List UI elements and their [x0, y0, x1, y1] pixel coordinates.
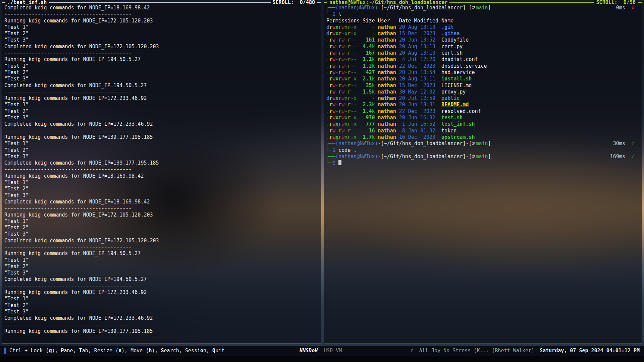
- file-name: resolved.conf: [441, 108, 481, 114]
- terminal-line: Running kdig commands for NODE_IP=172.23…: [4, 95, 318, 102]
- now-playing: ♪ All Joy No Stress (K... [Rhett Walker]: [410, 348, 534, 354]
- terminal-line: .rw-rw-r--16nathan 8 Jan 01:32token: [326, 128, 638, 134]
- terminal-line: "Test 2": [4, 302, 318, 309]
- clock: Saturday, 07 Sep 2024 04:01:12 PM: [540, 348, 640, 354]
- tab-hnsdoh[interactable]: HNSDoH: [300, 348, 318, 354]
- terminal-line: "Test 2": [4, 108, 318, 115]
- terminal-line: "Test 1": [4, 257, 318, 263]
- terminal-line: Running kdig commands for NODE_IP=139.17…: [4, 134, 318, 140]
- file-name: dnsdist.service: [441, 63, 487, 69]
- terminal-line: "Test 2": [4, 225, 318, 231]
- terminal-line: "Test 1": [4, 102, 318, 108]
- terminal-line: "Test 1": [4, 140, 318, 147]
- file-name: dnsdist.conf: [441, 56, 478, 62]
- terminal-line: "Test 2": [4, 69, 318, 76]
- file-name: proxy.py: [441, 89, 466, 95]
- terminal-line: Completed kdig commands for NODE_IP=194.…: [4, 276, 318, 283]
- terminal-line: Completed kdig commands for NODE_IP=194.…: [4, 82, 318, 89]
- terminal-line: Completed kdig commands for NODE_IP=172.…: [4, 44, 318, 50]
- terminal-line: ┌──(nathan@NWTux)-[~/Git/hns_doh_loadbal…: [326, 5, 638, 11]
- pane-right-body[interactable]: ┌──(nathan@NWTux)-[~/Git/hns_doh_loadbal…: [324, 3, 642, 344]
- file-name: Caddyfile: [441, 37, 469, 43]
- file-name: test_inf.sh: [441, 121, 475, 127]
- git-branch-icon: [472, 141, 476, 145]
- terminal-line: "Test 2": [4, 147, 318, 154]
- terminal-line: ----------------------------------------…: [4, 205, 318, 212]
- terminal-line: .rw-rw-r--1.2knathan22 Dec 2023dnsdist.s…: [326, 63, 638, 69]
- cross-icon: ✗: [631, 5, 634, 11]
- status-bar: Ctrl + Lock (g), Pane, Tab, Resize (n), …: [0, 346, 644, 356]
- terminal-line: "Test 3": [4, 37, 318, 43]
- terminal-line: .rwxrwxr-x1.7knathan16 Dec 2023upstream.…: [326, 134, 638, 140]
- terminal-line: "Test 3": [4, 270, 318, 276]
- file-name: cert.sh: [441, 50, 463, 56]
- pane-left-test-inf[interactable]: ./test_inf.sh SCROLL: 0/480 Completed kd…: [2, 2, 321, 344]
- terminal-line: "Test 3": [4, 154, 318, 160]
- terminal-line: "Test 1": [4, 218, 318, 225]
- terminal-line: "Test 3": [4, 192, 318, 199]
- pane-right-shell[interactable]: nathan@NWTux:~/Git/hns_doh_loadbalancer …: [324, 2, 642, 344]
- terminal-line: .rw-rw-r--1.4knathan22 Dec 2023resolved.…: [326, 108, 638, 115]
- terminal-line: .rwxrwxr-x2.1knathan20 Aug 13:11install.…: [326, 76, 638, 82]
- terminal-line: Running kdig commands for NODE_IP=172.10…: [4, 212, 318, 218]
- tab-hsd-vm[interactable]: HSD VM: [324, 348, 342, 354]
- file-name: test.sh: [441, 115, 463, 121]
- file-name: cert.py: [441, 44, 463, 50]
- terminal-line: ----------------------------------------…: [4, 283, 318, 289]
- check-icon: ✓: [631, 140, 634, 146]
- terminal-line: drwxrwxr-x-nathan20 Jul 12:59public: [326, 95, 638, 102]
- terminal-line: ----------------------------------------…: [4, 11, 318, 17]
- terminal-line: ----------------------------------------…: [4, 89, 318, 95]
- file-name: .gitea: [441, 31, 460, 37]
- terminal-line: .rwxrwxr-x777nathan 1 Jun 16:52test_inf.…: [326, 121, 638, 127]
- pane-left-body[interactable]: Completed kdig commands for NODE_IP=18.1…: [2, 3, 321, 344]
- terminal-line: Completed kdig commands for NODE_IP=172.…: [4, 238, 318, 244]
- terminal-line: "Test 3": [4, 76, 318, 82]
- terminal-line: "Test 2": [4, 186, 318, 192]
- git-branch-icon: [472, 5, 476, 10]
- command-timer: 169ms ✓: [610, 154, 634, 160]
- file-name: LICENSE.md: [441, 82, 472, 88]
- terminal-line: Running kdig commands for NODE_IP=172.10…: [4, 18, 318, 24]
- keybinding-hints[interactable]: Ctrl + Lock (g), Pane, Tab, Resize (n), …: [9, 348, 224, 354]
- terminal-line: .rw-rw-r--167nathan20 Aug 13:10cert.sh: [326, 50, 638, 56]
- music-note-icon: ♪: [410, 348, 413, 354]
- terminal-line: └─$ l: [326, 11, 638, 17]
- terminal-line: .rw-rw-r--1.5knathan30 May 12:02proxy.py: [326, 89, 638, 95]
- terminal-line: .rw-rw-r--35knathan15 Dec 2023LICENSE.md: [326, 82, 638, 89]
- terminal-line: "Test 1": [4, 24, 318, 31]
- terminal-line: "Test 3": [4, 231, 318, 237]
- terminal-line: "Test 1": [4, 296, 318, 302]
- file-name: .git: [441, 24, 453, 30]
- terminal-line: ----------------------------------------…: [4, 166, 318, 173]
- terminal-line: .rw-rw-r--161nathan20 Jun 13:52Caddyfile: [326, 37, 638, 43]
- terminal-line: Completed kdig commands for NODE_IP=18.1…: [4, 199, 318, 205]
- mode-indicator-block: [4, 348, 6, 354]
- terminal-line: ----------------------------------------…: [4, 50, 318, 56]
- terminal-line: "Test 2": [4, 31, 318, 37]
- terminal-line: └─$: [326, 160, 638, 166]
- terminal-line: ┌──(nathan@NWTux)-[~/Git/hns_doh_loadbal…: [326, 140, 638, 147]
- terminal-line: ----------------------------------------…: [4, 128, 318, 134]
- terminal-line: Running kdig commands for NODE_IP=194.50…: [4, 56, 318, 63]
- check-icon: ✓: [631, 154, 634, 160]
- file-name: hsd.service: [441, 69, 475, 75]
- terminal-line: .rwxrwxr-x970nathan20 Jun 16:32test.sh: [326, 115, 638, 121]
- terminal-line: Completed kdig commands for NODE_IP=139.…: [4, 160, 318, 166]
- terminal-line: .rw-rw-r--1.1knathan 4 Jul 12:20dnsdist.…: [326, 56, 638, 63]
- terminal-line: └─$ code .: [326, 147, 638, 154]
- terminal-line: Running kdig commands for NODE_IP=18.169…: [4, 173, 318, 179]
- file-name: token: [441, 128, 457, 134]
- terminal-line: "Test 3": [4, 115, 318, 121]
- file-name: public: [441, 95, 460, 101]
- status-right: ♪ All Joy No Stress (K... [Rhett Walker]…: [410, 348, 640, 354]
- terminal-line: Running kdig commands for NODE_IP=172.23…: [4, 289, 318, 296]
- terminal-line: ----------------------------------------…: [4, 322, 318, 328]
- command-timer: 30ms ✓: [613, 140, 634, 147]
- file-name: upstream.sh: [441, 134, 475, 140]
- terminal-line: ----------------------------------------…: [4, 244, 318, 250]
- terminal-line: .rw-rw-r--4.4knathan20 Aug 13:13cert.py: [326, 44, 638, 50]
- terminal-line: .rw-rw-r--2.3knathan20 Jun 18:31README.m…: [326, 102, 638, 108]
- file-name: install.sh: [441, 76, 472, 82]
- command-timer: 0ms ✗: [616, 5, 634, 11]
